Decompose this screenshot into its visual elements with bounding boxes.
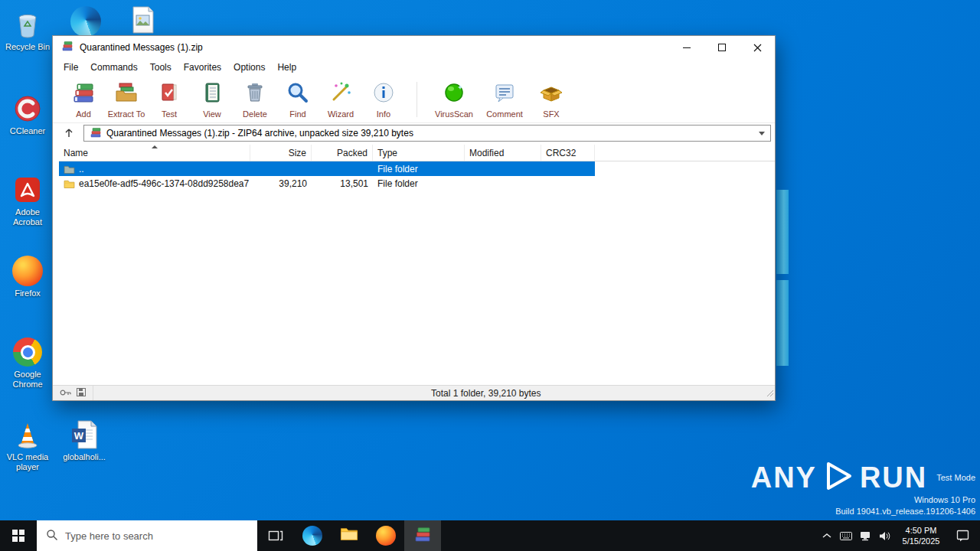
toolbar-add-button[interactable]: Add [62,77,105,122]
menu-tools[interactable]: Tools [144,62,178,73]
desktop-icon-edge[interactable] [61,6,110,37]
column-modified[interactable]: Modified [465,145,541,161]
toolbar-delete-button[interactable]: Delete [234,77,276,122]
column-packed[interactable]: Packed [312,145,373,161]
disk-icon [77,388,86,399]
ccleaner-icon [12,93,43,124]
watermark-build: Build 19041.vb_release.191206-1406 [751,506,975,517]
desktop-icon-recycle-bin[interactable]: Recycle Bin [3,9,52,52]
desktop-icon-google-chrome[interactable]: Google Chrome [3,337,52,390]
resize-grip[interactable] [766,389,774,399]
winrar-app-icon [61,40,74,55]
column-size[interactable]: Size [250,145,312,161]
desktop-icon-label: CCleaner [3,126,52,136]
menu-commands[interactable]: Commands [84,62,143,73]
desktop-icon-adobe-acrobat[interactable]: Adobe Acrobat [3,174,52,227]
action-center-icon[interactable] [949,520,978,551]
search-icon [46,529,58,543]
desktop-icon-vlc[interactable]: VLC media player [3,419,52,472]
recycle-bin-icon [12,9,43,40]
folder-icon [64,179,75,188]
window-titlebar[interactable]: Quarantined Messages (1).zip [53,36,775,59]
column-type[interactable]: Type [373,145,465,161]
desktop-icon-word-doc[interactable]: W globalholi... [60,419,109,462]
image-file-icon [127,5,158,35]
taskbar-firefox-button[interactable] [368,520,404,551]
menu-help[interactable]: Help [271,62,302,73]
winrar-window: Quarantined Messages (1).zip File Comman… [52,35,776,401]
combo-dropdown-icon[interactable] [759,132,765,135]
clock-time: 4:50 PM [893,525,949,536]
toolbar-label: SFX [543,109,559,119]
toolbar-label: Find [289,109,305,119]
tray-network-icon[interactable] [855,520,874,551]
toolbar-comment-button[interactable]: Comment [479,77,530,122]
toolbar-view-button[interactable]: View [191,77,234,122]
column-name[interactable]: Name [59,145,250,161]
menu-options[interactable]: Options [227,62,271,73]
add-books-icon [71,80,96,108]
system-tray: 4:50 PM 5/15/2025 [817,520,980,551]
search-placeholder: Type here to search [65,530,153,542]
column-crc32[interactable]: CRC32 [541,145,595,161]
archive-path-combo[interactable]: Quarantined Messages (1).zip - ZIP64 arc… [83,125,771,142]
taskbar-clock[interactable]: 4:50 PM 5/15/2025 [893,525,949,546]
folder-up-icon [64,165,75,174]
toolbar-label: Wizard [328,109,354,119]
anyrun-brand-right: RUN [860,462,927,493]
toolbar-sfx-button[interactable]: SFX [530,77,573,122]
info-icon [371,80,396,108]
comment-note-icon [492,80,517,108]
column-headers: Name Size Packed Type Modified CRC32 [59,145,775,161]
magic-wand-icon [328,80,353,108]
file-row-up-level[interactable]: .. File folder [59,161,595,176]
file-explorer-icon [339,524,359,547]
magnifier-icon [286,80,310,108]
minimize-button[interactable] [669,36,704,59]
toolbar-label: VirusScan [435,109,473,119]
desktop-icon-ccleaner[interactable]: CCleaner [3,93,52,136]
wallpaper-light-beam [776,190,789,274]
menu-bar: File Commands Tools Favorites Options He… [53,59,775,76]
trash-icon [243,80,267,108]
toolbar-info-button[interactable]: Info [362,77,405,122]
tray-keyboard-icon[interactable] [836,520,855,551]
maximize-button[interactable] [704,36,740,59]
view-notebook-icon [200,80,224,108]
desktop-icon-label: Recycle Bin [3,42,52,52]
start-button[interactable] [0,520,37,551]
winrar-mini-icon [90,126,102,141]
vlc-icon [12,419,43,450]
task-view-button[interactable] [257,520,294,551]
menu-file[interactable]: File [57,62,84,73]
taskbar-search[interactable]: Type here to search [37,520,257,551]
close-button[interactable] [740,36,775,59]
taskbar-edge-button[interactable] [294,520,331,551]
desktop-icon-label: Adobe Acrobat [3,207,52,227]
toolbar-virusscan-button[interactable]: VirusScan [429,77,479,122]
sfx-box-icon [539,80,564,108]
sort-caret-icon [152,145,158,148]
toolbar-find-button[interactable]: Find [276,77,319,122]
desktop: Recycle Bin CCleaner Adobe Acrobat Firef… [0,0,980,551]
tray-chevron-icon[interactable] [817,520,836,551]
desktop-icon-image-file[interactable] [118,5,167,35]
tray-volume-icon[interactable] [874,520,893,551]
window-title: Quarantined Messages (1).zip [80,42,203,53]
file-list-pane: Name Size Packed Type Modified CRC32 .. … [53,145,775,385]
file-list: .. File folder ea15e0fe-adf5-496c-1374-0… [59,161,775,385]
toolbar-wizard-button[interactable]: Wizard [319,77,362,122]
address-bar: Quarantined Messages (1).zip - ZIP64 arc… [53,123,775,145]
desktop-icon-firefox[interactable]: Firefox [3,256,52,298]
adobe-acrobat-icon [12,174,43,205]
up-level-button[interactable] [58,125,80,142]
toolbar-test-button[interactable]: Test [148,77,191,122]
status-bar: Total 1 folder, 39,210 bytes [53,385,775,400]
toolbar-label: Comment [486,109,523,119]
chrome-icon [12,337,43,367]
toolbar-extract-button[interactable]: Extract To [105,77,148,122]
file-row-folder[interactable]: ea15e0fe-adf5-496c-1374-08dd9258dea7 39,… [59,176,595,191]
menu-favorites[interactable]: Favorites [178,62,227,73]
taskbar-winrar-button[interactable] [404,520,441,551]
taskbar-file-explorer-button[interactable] [331,520,368,551]
